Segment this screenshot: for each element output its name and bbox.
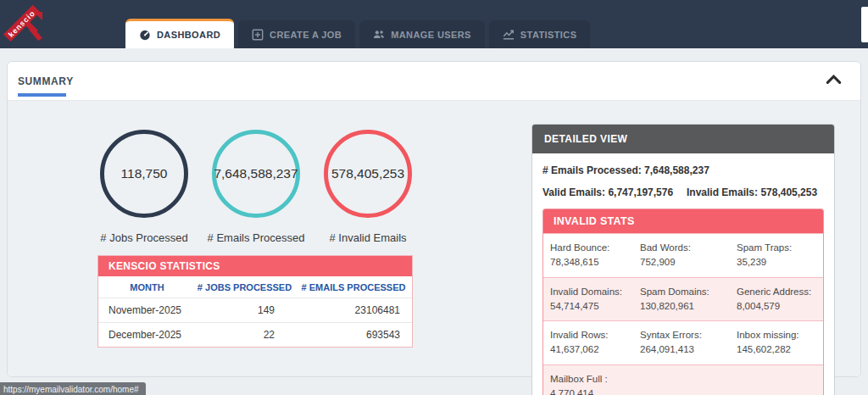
row-jobs: 149 xyxy=(196,298,293,322)
emails-processed-total-label: # Emails Processed: xyxy=(542,164,642,176)
kenscio-logo-icon: kenscio xyxy=(3,2,49,47)
valid-emails-value: 6,747,197,576 xyxy=(608,186,673,198)
column-jobs-processed: # JOBS PROCESSED xyxy=(196,276,293,298)
emails-processed-circle: 7,648,588,237 xyxy=(212,130,300,218)
emails-processed-total-value: 7,648,588,237 xyxy=(644,164,709,176)
generic-address-cell: Generic Address: 8,004,579 xyxy=(730,278,823,321)
invalid-emails-circle: 578,405,253 xyxy=(324,130,412,218)
plus-square-icon xyxy=(252,29,264,41)
invalid-rows-cell: Invalid Rows: 41,637,062 xyxy=(543,321,633,364)
valid-emails-pair: Valid Emails: 6,747,197,576 xyxy=(542,186,687,198)
kenscio-statistics-table: KENSCIO STATISTICS MONTH # JOBS PROCESSE… xyxy=(97,255,413,348)
invalid-stats-row: Invalid Domains: 54,714,475 Spam Domains… xyxy=(543,277,823,321)
collapse-chevron-up-icon[interactable] xyxy=(826,74,842,85)
invalid-emails-pair: Invalid Emails: 578,405,253 xyxy=(687,186,817,198)
cutoff-white-panel xyxy=(861,7,868,42)
row-month: December-2025 xyxy=(98,323,196,347)
logo-text: kenscio xyxy=(7,8,37,39)
invalid-stats-title: INVALID STATS xyxy=(543,209,823,233)
detailed-view-panel: DETAILED VIEW # Emails Processed: 7,648,… xyxy=(531,124,835,395)
tab-manage-users[interactable]: MANAGE USERS xyxy=(359,20,485,48)
invalid-emails-stat: 578,405,253 # Invalid Emails xyxy=(324,130,412,244)
summary-title-underline xyxy=(18,93,66,97)
invalid-stats-row: Mailbox Full : 4,770,414 xyxy=(543,364,823,395)
invalid-stats-panel: INVALID STATS Hard Bounce: 78,348,615 Ba… xyxy=(542,209,824,395)
invalid-emails-label: Invalid Emails: xyxy=(687,186,758,198)
row-jobs: 22 xyxy=(196,323,293,347)
detailed-view-body: # Emails Processed: 7,648,588,237 Valid … xyxy=(532,153,834,395)
nav-tabs: DASHBOARD CREATE A JOB MANAGE USERS STAT… xyxy=(125,19,590,48)
jobs-processed-stat: 118,750 # Jobs Processed xyxy=(100,130,188,244)
users-icon xyxy=(373,29,385,41)
row-month: November-2025 xyxy=(98,298,196,322)
bad-words-cell: Bad Words: 752,909 xyxy=(633,234,730,277)
kenscio-statistics-title: KENSCIO STATISTICS xyxy=(98,256,412,276)
column-month: MONTH xyxy=(98,276,196,298)
jobs-processed-circle: 118,750 xyxy=(100,130,188,218)
kenscio-logo[interactable]: kenscio xyxy=(3,2,49,47)
tab-label: STATISTICS xyxy=(520,30,577,40)
tab-label: DASHBOARD xyxy=(157,30,220,40)
tab-dashboard[interactable]: DASHBOARD xyxy=(125,19,234,48)
jobs-processed-label: # Jobs Processed xyxy=(100,231,187,244)
valid-invalid-line: Valid Emails: 6,747,197,576 Invalid Emai… xyxy=(542,186,824,198)
summary-title: SUMMARY xyxy=(18,75,74,87)
spam-traps-cell: Spam Traps: 35,239 xyxy=(730,234,823,277)
table-row: November-2025 149 23106481 xyxy=(98,298,412,322)
syntax-errors-cell: Syntax Errors: 264,091,413 xyxy=(633,321,730,364)
mailbox-full-cell: Mailbox Full : 4,770,414 xyxy=(543,365,633,395)
spam-domains-cell: Spam Domains: 130,820,961 xyxy=(633,278,730,321)
chart-line-icon xyxy=(503,29,515,41)
hard-bounce-cell: Hard Bounce: 78,348,615 xyxy=(543,234,633,277)
summary-card-body: 118,750 # Jobs Processed 7,648,588,237 #… xyxy=(8,101,860,376)
valid-emails-label: Valid Emails: xyxy=(542,186,605,198)
invalid-stats-row: Invalid Rows: 41,637,062 Syntax Errors: … xyxy=(543,320,823,364)
statistics-table-header: MONTH # JOBS PROCESSED # EMAILS PROCESSE… xyxy=(98,276,412,298)
browser-status-url: https://myemailvalidator.com/home# xyxy=(0,382,146,395)
tab-label: MANAGE USERS xyxy=(391,30,471,40)
invalid-emails-value: 578,405,253 xyxy=(331,166,404,181)
row-emails: 23106481 xyxy=(293,298,414,322)
tab-label: CREATE A JOB xyxy=(270,30,342,40)
stat-circles: 118,750 # Jobs Processed 7,648,588,237 #… xyxy=(100,130,412,244)
row-emails: 693543 xyxy=(293,323,414,347)
table-row: December-2025 22 693543 xyxy=(98,322,412,347)
emails-processed-stat: 7,648,588,237 # Emails Processed xyxy=(212,130,300,244)
tab-statistics[interactable]: STATISTICS xyxy=(489,20,591,48)
summary-card: SUMMARY 118,750 # Jobs Processed 7,648,5… xyxy=(7,61,861,377)
inbox-missing-cell: Inbox missing: 145,602,282 xyxy=(730,321,823,364)
emails-processed-line: # Emails Processed: 7,648,588,237 xyxy=(542,164,824,176)
invalid-emails-label: # Invalid Emails xyxy=(329,231,406,244)
invalid-stats-row: Hard Bounce: 78,348,615 Bad Words: 752,9… xyxy=(543,233,823,277)
summary-card-header: SUMMARY xyxy=(8,62,860,101)
top-navbar: kenscio DASHBOARD CREATE A JOB MANAGE US… xyxy=(0,0,868,48)
emails-processed-label: # Emails Processed xyxy=(208,231,305,244)
jobs-processed-value: 118,750 xyxy=(121,166,168,181)
column-emails-processed: # EMAILS PROCESSED xyxy=(293,276,414,298)
invalid-emails-value: 578,405,253 xyxy=(760,186,817,198)
emails-processed-value: 7,648,588,237 xyxy=(214,166,298,181)
invalid-domains-cell: Invalid Domains: 54,714,475 xyxy=(543,278,633,321)
detailed-view-title: DETAILED VIEW xyxy=(532,125,834,153)
tab-create-a-job[interactable]: CREATE A JOB xyxy=(238,20,355,48)
dashboard-icon xyxy=(139,29,151,41)
